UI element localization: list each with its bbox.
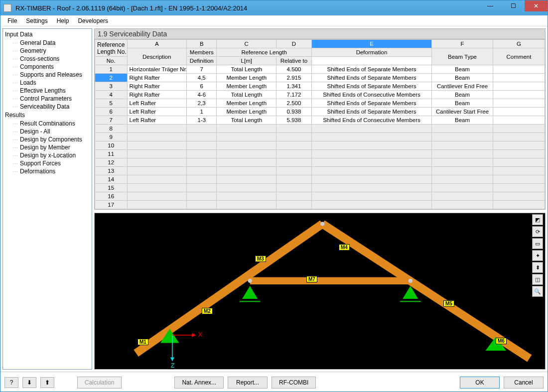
table-cell[interactable]	[493, 82, 545, 91]
table-cell[interactable]	[432, 150, 493, 158]
table-cell[interactable]: 17	[95, 201, 128, 209]
table-row[interactable]: 17	[95, 201, 545, 209]
table-cell[interactable]: Beam	[432, 91, 493, 99]
table-cell[interactable]: 0.938	[276, 108, 312, 116]
report-button[interactable]: Report...	[228, 377, 268, 389]
table-cell[interactable]	[187, 192, 217, 201]
table-cell[interactable]	[217, 184, 276, 192]
table-cell[interactable]	[493, 99, 545, 108]
table-cell[interactable]	[311, 125, 431, 133]
table-row[interactable]: 12	[95, 158, 545, 167]
table-cell[interactable]	[493, 141, 545, 150]
table-row[interactable]: 10	[95, 141, 545, 150]
table-cell[interactable]: 15	[95, 184, 128, 192]
minimize-button[interactable]: —	[479, 0, 502, 11]
table-cell[interactable]	[493, 167, 545, 175]
table-cell[interactable]: Shifted Ends of Separate Members	[311, 82, 431, 91]
th-col-b[interactable]: B	[187, 40, 217, 48]
table-cell[interactable]: Member Length	[217, 108, 276, 116]
menu-help[interactable]: Help	[53, 16, 73, 25]
table-cell[interactable]	[276, 192, 312, 201]
maximize-button[interactable]: ☐	[502, 0, 525, 11]
table-cell[interactable]: Member Length	[217, 74, 276, 82]
table-cell[interactable]	[311, 192, 431, 201]
table-cell[interactable]	[127, 192, 187, 201]
table-cell[interactable]	[187, 125, 217, 133]
table-cell[interactable]: Beam	[432, 99, 493, 108]
table-cell[interactable]: 1-3	[187, 116, 217, 125]
vp-tool-5[interactable]: ⬍	[532, 262, 543, 273]
table-row[interactable]: 2Right Rafter4,5Member Length2.915Shifte…	[95, 74, 545, 82]
vp-tool-3[interactable]: ▭	[532, 238, 543, 249]
table-cell[interactable]	[127, 133, 187, 141]
calculation-button[interactable]: Calculation	[77, 377, 122, 389]
table-cell[interactable]	[432, 175, 493, 184]
table-cell[interactable]: Shifted Ends of Separate Members	[311, 74, 431, 82]
table-cell[interactable]: Beam	[432, 74, 493, 82]
table-cell[interactable]	[187, 158, 217, 167]
table-cell[interactable]	[311, 175, 431, 184]
tree-design-all[interactable]: Design - All	[3, 128, 92, 135]
table-cell[interactable]	[432, 125, 493, 133]
table-cell[interactable]: 6	[95, 108, 128, 116]
data-table[interactable]: ReferenceLength No. A B C D E F G Descri…	[94, 39, 546, 210]
tree-results[interactable]: Results	[3, 111, 92, 120]
table-row[interactable]: 6Left Rafter1Member Length0.938Shifted E…	[95, 108, 545, 116]
table-cell[interactable]	[493, 65, 545, 74]
tree-cross-sections[interactable]: Cross-sections	[3, 55, 92, 63]
table-cell[interactable]: Member Length	[217, 82, 276, 91]
table-cell[interactable]: 3	[95, 82, 128, 91]
table-cell[interactable]	[432, 201, 493, 209]
table-cell[interactable]	[127, 125, 187, 133]
table-row[interactable]: 11	[95, 150, 545, 158]
table-cell[interactable]: 1	[187, 108, 217, 116]
table-row[interactable]: 8	[95, 125, 545, 133]
table-cell[interactable]	[127, 175, 187, 184]
table-cell[interactable]	[217, 158, 276, 167]
table-cell[interactable]: Right Rafter	[127, 74, 187, 82]
tree-design-xloc[interactable]: Design by x-Location	[3, 151, 92, 159]
table-cell[interactable]	[276, 167, 312, 175]
table-cell[interactable]: 14	[95, 175, 128, 184]
help-button[interactable]: ?	[4, 377, 18, 388]
table-cell[interactable]: 7	[187, 65, 217, 74]
table-cell[interactable]	[217, 125, 276, 133]
table-row[interactable]: 5Left Rafter2,3Member Length2.500Shifted…	[95, 99, 545, 108]
table-cell[interactable]: Total Length	[217, 65, 276, 74]
table-cell[interactable]: 8	[95, 125, 128, 133]
model-viewport[interactable]: X Z M1 M2 M3 M4 M5 M6 M7 ◩ ⟳ ▭ ✦ ⬍ ◫ 🔍	[94, 213, 546, 370]
tree-support-forces[interactable]: Support Forces	[3, 159, 92, 167]
table-cell[interactable]	[276, 133, 312, 141]
th-col-d[interactable]: D	[276, 40, 312, 48]
table-cell[interactable]	[217, 167, 276, 175]
table-cell[interactable]: 1.341	[276, 82, 312, 91]
table-row[interactable]: 3Right Rafter6Member Length1.341Shifted …	[95, 82, 545, 91]
rf-combi-button[interactable]: RF-COMBI	[272, 377, 316, 389]
table-cell[interactable]: 2.915	[276, 74, 312, 82]
table-cell[interactable]	[217, 133, 276, 141]
table-cell[interactable]: Shifted Ends of Consecutive Members	[311, 116, 431, 125]
table-cell[interactable]	[311, 150, 431, 158]
table-cell[interactable]: 7.172	[276, 91, 312, 99]
table-cell[interactable]: Cantilever Start Free	[432, 108, 493, 116]
table-cell[interactable]	[493, 175, 545, 184]
table-cell[interactable]	[311, 141, 431, 150]
table-cell[interactable]: Total Length	[217, 91, 276, 99]
table-cell[interactable]: Horizontaler Träger Nr.	[127, 65, 187, 74]
table-cell[interactable]	[276, 125, 312, 133]
tree-general-data[interactable]: General Data	[3, 39, 92, 47]
table-cell[interactable]: 5	[95, 99, 128, 108]
table-cell[interactable]: 7	[95, 116, 128, 125]
table-cell[interactable]	[432, 192, 493, 201]
table-cell[interactable]	[493, 158, 545, 167]
table-cell[interactable]	[127, 201, 187, 209]
th-col-c[interactable]: C	[217, 40, 276, 48]
table-cell[interactable]	[187, 133, 217, 141]
table-cell[interactable]: 4-6	[187, 91, 217, 99]
ok-button[interactable]: OK	[460, 377, 500, 389]
table-cell[interactable]	[311, 158, 431, 167]
table-cell[interactable]	[127, 141, 187, 150]
menu-file[interactable]: File	[3, 16, 21, 25]
table-cell[interactable]	[311, 184, 431, 192]
table-cell[interactable]: Shifted Ends of Separate Members	[311, 65, 431, 74]
